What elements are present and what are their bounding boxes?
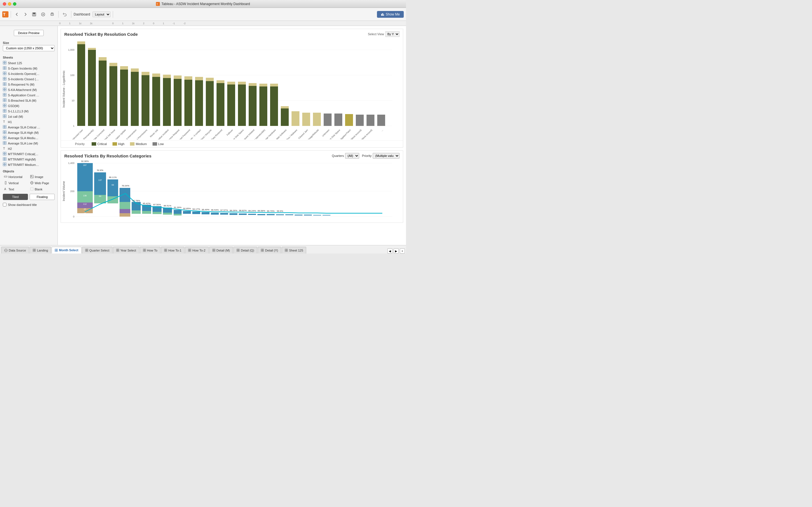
svg-rect-219	[257, 214, 265, 215]
object-item[interactable]: Image	[29, 174, 55, 180]
close-button[interactable]	[3, 2, 6, 6]
tab-landing[interactable]: Landing	[30, 247, 51, 253]
svg-rect-16	[3, 63, 4, 64]
add-button[interactable]	[39, 11, 47, 18]
dashboard-content: Resolved Ticket By Resolution Code Selec…	[58, 26, 406, 245]
maximize-button[interactable]	[13, 2, 16, 6]
tab-how-to-2[interactable]: How To-2	[185, 247, 208, 253]
tab-nav-prev[interactable]: ◀	[388, 248, 393, 253]
sheet-list-item[interactable]: MTTR/MRT Medium…	[0, 162, 57, 167]
critical-label: Critical	[97, 142, 107, 146]
size-dropdown[interactable]: Custom size (1350 x 2500)	[3, 45, 55, 51]
object-item[interactable]: Horizontal	[3, 174, 29, 180]
svg-rect-146	[302, 113, 310, 126]
svg-rect-28	[3, 79, 4, 80]
sheet-list-item[interactable]: Average SLA Mediu…	[0, 135, 57, 140]
svg-rect-126	[185, 76, 192, 80]
svg-rect-20	[3, 68, 4, 69]
show-title-label: Show dashboard title	[8, 203, 37, 207]
svg-rect-119	[152, 77, 160, 126]
high-label: High	[118, 142, 124, 146]
layout-select[interactable]: Layout	[93, 11, 110, 17]
sheet-list-item[interactable]: MTTR/MRT Critical(…	[0, 151, 57, 157]
select-view-dropdown[interactable]: By Y	[386, 31, 400, 37]
svg-rect-221	[276, 214, 284, 215]
tab-quarter-select[interactable]: Quarter Select	[82, 247, 112, 253]
priority-label: Priority	[75, 142, 85, 146]
svg-rect-55	[5, 115, 6, 116]
tab-sheet-125[interactable]: Sheet 125	[282, 247, 306, 253]
tab-nav-next[interactable]: ▶	[394, 248, 399, 253]
tab-how-to-1[interactable]: How To-1	[161, 247, 185, 253]
sheet-list-item[interactable]: S-KA Attachment (M)	[0, 87, 57, 93]
forward-button[interactable]	[22, 11, 29, 17]
object-item[interactable]: Blank	[29, 186, 55, 192]
priority-filter-label: Priority	[362, 154, 371, 158]
svg-rect-34	[3, 88, 4, 89]
sheet-item-label: H2	[8, 147, 12, 151]
tab-label-detail-m: Detail (M)	[216, 249, 230, 252]
sheet-list-item[interactable]: Sheet 125	[0, 60, 57, 66]
svg-text:T: T	[156, 3, 158, 6]
tab-month-select[interactable]: Month Select	[52, 247, 81, 253]
sheet-list-item[interactable]: TH2	[0, 146, 57, 151]
tab-detail-y[interactable]: Detail (Y)	[258, 247, 281, 253]
object-icon	[30, 175, 34, 179]
sheet-list-item[interactable]: S-Application Count …	[0, 93, 57, 98]
tab-year-select[interactable]: Year Select	[113, 247, 139, 253]
svg-rect-283	[188, 250, 190, 251]
sheet-list-item[interactable]: Average SLA High (M)	[0, 130, 57, 135]
tab-new-sheet[interactable]: +	[400, 248, 405, 253]
minimize-button[interactable]	[8, 2, 11, 6]
svg-rect-142	[270, 83, 278, 87]
tab-data-source[interactable]: Data Source	[1, 247, 29, 253]
object-item[interactable]: Vertical	[3, 180, 29, 186]
object-icon	[30, 181, 34, 185]
svg-rect-223	[295, 215, 303, 216]
svg-rect-220	[267, 214, 274, 215]
priority-select[interactable]: (Multiple valu	[373, 153, 400, 159]
svg-text:Data Corrected: Data Corrected	[93, 129, 105, 139]
sheet-list-item[interactable]: 1st call (M)	[0, 114, 57, 119]
object-item[interactable]: Web Page	[29, 180, 55, 186]
sheet-list-item[interactable]: MTTR/MRT High(M)	[0, 157, 57, 162]
floating-button[interactable]: Floating	[30, 194, 55, 200]
content-area[interactable]: Resolved Ticket By Resolution Code Selec…	[58, 26, 406, 245]
show-title-checkbox[interactable]	[3, 203, 6, 207]
undo-button[interactable]	[61, 11, 69, 18]
tiled-button[interactable]: Tiled	[3, 194, 28, 200]
sheet-item-label: Average SLA Low (M)	[8, 142, 38, 145]
sheet-list-item[interactable]: TH1	[0, 119, 57, 124]
svg-rect-200	[119, 213, 130, 217]
how-to-2-grid-icon	[188, 249, 191, 252]
sheet-list-item[interactable]: Average SLA Low (M)	[0, 140, 57, 146]
sheet-list-item[interactable]: S-Incidents Closed (…	[0, 76, 57, 82]
object-icon: A	[4, 187, 7, 191]
sheet-list-item[interactable]: Average SLA Critical …	[0, 124, 57, 130]
ruler: 011ε2ε 012ε201-1-2	[0, 21, 406, 26]
sheet-item-label: S-Breached SLA (M)	[8, 99, 36, 102]
sheet-list-item[interactable]: GSD(M)	[0, 103, 57, 108]
tab-how-to[interactable]: How To	[140, 247, 160, 253]
print-button[interactable]	[48, 11, 56, 18]
traffic-lights	[3, 2, 16, 6]
sheet-item-icon	[3, 114, 6, 119]
sheet-list-item[interactable]: S-Incidents Opened(…	[0, 71, 57, 76]
sheet-list-item[interactable]: S-L1,L2,L3 (M)	[0, 108, 57, 114]
show-me-button[interactable]: Show Me	[377, 11, 404, 18]
back-button[interactable]	[13, 11, 20, 17]
tab-detail-m[interactable]: Detail (M)	[209, 247, 233, 253]
sheet-item-icon	[3, 66, 6, 70]
svg-rect-268	[87, 250, 88, 251]
svg-rect-13	[384, 14, 384, 16]
quarters-select[interactable]: (All)	[345, 153, 359, 159]
sheet-list-item[interactable]: S-Breached SLA (M)	[0, 98, 57, 103]
save-button[interactable]	[30, 11, 38, 18]
device-preview-button[interactable]: Device Preview	[14, 30, 44, 36]
tab-detail-q[interactable]: Detail (Q)	[234, 247, 257, 253]
object-item[interactable]: AText	[3, 186, 29, 192]
sheet-list-item[interactable]: S-Reopened % (M)	[0, 82, 57, 87]
sheet-list-item[interactable]: S-Open Incidents (M)	[0, 66, 57, 71]
svg-text:A: A	[4, 187, 6, 191]
svg-rect-210	[174, 214, 182, 216]
